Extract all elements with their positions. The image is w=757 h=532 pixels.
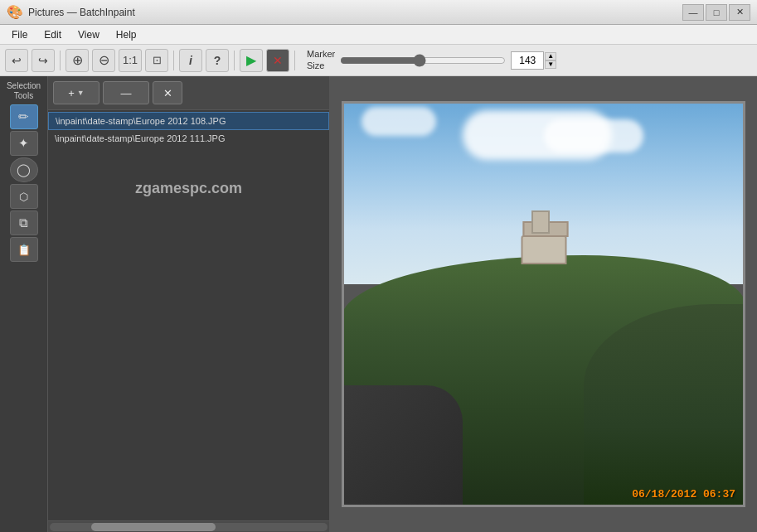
add-icon: + [68,87,75,99]
file-item-0[interactable]: \inpaint\date-stamp\Europe 2012 108.JPG [48,112,329,130]
image-canvas: 06/18/2012 06:37 [342,101,745,507]
menu-help[interactable]: Help [108,26,145,44]
main-area: SelectionTools ✏ ✦ ◯ ⬡ ⧉ 📋 + ▼ — ✕ \inpa… [0,76,757,532]
zoom-out-button[interactable]: ⊖ [92,49,115,72]
menubar: File Edit View Help [0,25,757,45]
toolbar-separator-2 [173,51,174,70]
magic-wand-tool-button[interactable]: ✦ [10,131,38,156]
marker-spin-buttons: ▲ ▼ [545,52,556,69]
stop-button[interactable]: ✕ [266,49,289,72]
minimize-button[interactable]: — [682,4,704,21]
file-panel: + ▼ — ✕ \inpaint\date-stamp\Europe 2012 … [48,76,330,532]
zoom-reset-button[interactable]: 1:1 [119,49,142,72]
marker-decrement-button[interactable]: ▼ [545,60,556,69]
image-border [342,101,745,507]
menu-view[interactable]: View [70,26,108,44]
file-item-1[interactable]: \inpaint\date-stamp\Europe 2012 111.JPG [48,130,329,147]
brush-tool-button[interactable]: ✏ [10,104,38,129]
help-button[interactable]: ? [206,49,229,72]
toolbar-separator-4 [294,51,295,70]
clear-files-button[interactable]: ✕ [153,81,182,104]
zoom-in-button[interactable]: ⊕ [66,49,89,72]
titlebar: 🎨 Pictures — BatchInpaint — □ ✕ [0,0,757,25]
selection-tools-label: SelectionTools [0,80,47,103]
watermark-text: zgamespc.com [48,172,329,206]
marker-size-label: Marker Size [307,49,335,70]
menu-edit[interactable]: Edit [36,26,70,44]
add-file-button[interactable]: + ▼ [53,81,99,104]
lasso-tool-button[interactable]: ◯ [10,157,38,182]
redo-button[interactable]: ↪ [32,49,55,72]
marker-value-field: ▲ ▼ [511,51,556,70]
window-title: Pictures — BatchInpaint [28,7,135,18]
scrollbar-thumb[interactable] [91,523,216,531]
marker-size-slider[interactable] [340,53,506,68]
castle-building [521,235,566,264]
file-list: \inpaint\date-stamp\Europe 2012 108.JPG … [48,110,329,520]
marker-increment-button[interactable]: ▲ [545,52,556,60]
toolbar-separator-3 [234,51,235,70]
window-controls: — □ ✕ [682,4,750,21]
info-button[interactable]: i [179,49,202,72]
toolbar: ↩ ↪ ⊕ ⊖ 1:1 ⊡ i ? ▶ ✕ Marker Size ▲ ▼ [0,45,757,76]
close-button[interactable]: ✕ [729,4,750,21]
undo-button[interactable]: ↩ [5,49,28,72]
image-area: 06/18/2012 06:37 [330,76,757,532]
add-dropdown-arrow: ▼ [77,89,85,97]
maximize-button[interactable]: □ [706,4,727,21]
scrollbar-track [50,523,328,531]
toolbar-separator-1 [60,51,61,70]
polygon-tool-button[interactable]: ⬡ [10,184,38,209]
left-toolbar: SelectionTools ✏ ✦ ◯ ⬡ ⧉ 📋 [0,76,48,532]
marker-size-input[interactable] [511,51,544,70]
copy-stamp-button[interactable]: ⧉ [10,210,38,235]
zoom-fit-button[interactable]: ⊡ [145,49,168,72]
remove-icon: — [121,87,132,99]
remove-file-button[interactable]: — [103,81,149,104]
menu-file[interactable]: File [3,26,36,44]
file-horizontal-scrollbar[interactable] [48,520,329,532]
marker-size-section: Marker Size ▲ ▼ [307,49,556,70]
paste-tool-button[interactable]: 📋 [10,237,38,262]
castle-tower [531,210,550,234]
app-icon: 🎨 [7,4,23,20]
clear-icon: ✕ [163,87,172,99]
file-panel-toolbar: + ▼ — ✕ [48,76,329,110]
play-button[interactable]: ▶ [240,49,263,72]
